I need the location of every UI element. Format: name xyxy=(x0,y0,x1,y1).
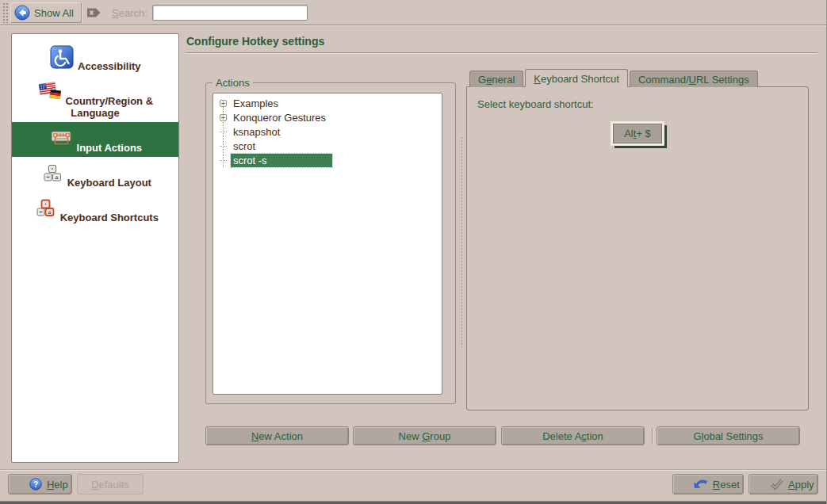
sidebar: Accessibility xyxy=(11,33,179,463)
toolbar-separator xyxy=(81,3,82,22)
reset-button[interactable]: Reset xyxy=(672,474,744,494)
sidebar-item-country-language[interactable]: Country/Region & Language xyxy=(12,75,178,122)
delete-action-button[interactable]: Delete Action xyxy=(501,426,645,445)
buttons-separator xyxy=(652,427,653,445)
sidebar-item-label: Input Actions xyxy=(77,142,143,154)
keyboard-shortcut-tab-panel: Select keyboard shortcut: Alt+ $ xyxy=(466,86,809,410)
shortcut-key-button[interactable]: Alt+ $ xyxy=(611,121,664,146)
tree-item-scrot[interactable]: scrot xyxy=(213,139,442,153)
actions-tree[interactable]: Examples Konqueror Gestures ksnapshot sc… xyxy=(212,93,442,395)
page-title: Configure Hotkey settings xyxy=(186,35,324,48)
tab-general[interactable]: General xyxy=(469,71,523,87)
clear-search-icon[interactable] xyxy=(86,6,101,19)
accessibility-icon xyxy=(49,44,75,70)
tab-command-url-settings[interactable]: Command/URL Settings xyxy=(630,71,758,87)
apply-icon xyxy=(752,479,783,490)
actions-groupbox: Actions Examples Konqueror Gestures ksna… xyxy=(205,82,456,404)
tree-item-examples[interactable]: Examples xyxy=(213,96,442,110)
show-all-button[interactable]: Show All xyxy=(10,2,82,23)
help-button[interactable]: ? Help xyxy=(8,474,72,494)
help-icon: ? xyxy=(12,478,42,491)
flags-icon xyxy=(37,79,63,105)
sidebar-item-input-actions[interactable]: Input Actions xyxy=(12,122,178,157)
global-settings-button[interactable]: Global Settings xyxy=(657,426,800,445)
back-icon xyxy=(14,5,30,21)
search-input[interactable] xyxy=(152,5,308,21)
keyboard-layout-icon xyxy=(39,161,64,186)
search-label: Search: xyxy=(112,7,147,19)
title-divider xyxy=(186,52,817,53)
tree-item-konqueror-gestures[interactable]: Konqueror Gestures xyxy=(213,110,442,124)
sidebar-item-label: Accessibility xyxy=(78,60,141,72)
hotkey-settings-window: Show All Search: A xyxy=(0,0,827,504)
tab-bar: General Keyboard Shortcut Command/URL Se… xyxy=(469,69,760,87)
footer-divider xyxy=(0,469,826,470)
new-group-button[interactable]: New Group xyxy=(353,426,496,445)
apply-button[interactable]: Apply xyxy=(749,474,818,494)
toolbar: Show All Search: xyxy=(0,0,826,25)
defaults-button[interactable]: Defaults xyxy=(77,474,144,494)
sidebar-item-label: Country/Region & Language xyxy=(66,95,154,119)
input-actions-icon xyxy=(48,126,74,151)
sidebar-item-keyboard-shortcuts[interactable]: Keyboard Shortcuts xyxy=(12,192,178,227)
sidebar-item-label: Keyboard Shortcuts xyxy=(60,212,159,223)
svg-text:?: ? xyxy=(33,480,38,489)
tree-expander-icon[interactable] xyxy=(220,100,227,107)
show-all-label: Show All xyxy=(34,7,74,19)
sidebar-item-accessibility[interactable]: Accessibility xyxy=(12,40,178,75)
new-action-button[interactable]: New Action xyxy=(205,426,349,445)
tree-item-scrot-s[interactable]: scrot -s xyxy=(213,153,442,167)
select-shortcut-label: Select keyboard shortcut: xyxy=(477,98,594,110)
splitter-handle[interactable] xyxy=(461,136,463,347)
tree-expander-icon[interactable] xyxy=(220,114,227,121)
keyboard-shortcuts-icon xyxy=(32,196,57,221)
sidebar-item-keyboard-layout[interactable]: Keyboard Layout xyxy=(12,157,178,192)
toolbar-drag-handle[interactable] xyxy=(2,2,9,23)
tree-item-ksnapshot[interactable]: ksnapshot xyxy=(213,124,442,139)
tab-keyboard-shortcut[interactable]: Keyboard Shortcut xyxy=(525,69,628,87)
reset-icon xyxy=(676,479,708,490)
sidebar-item-label: Keyboard Layout xyxy=(67,177,151,189)
actions-group-label: Actions xyxy=(212,77,253,89)
